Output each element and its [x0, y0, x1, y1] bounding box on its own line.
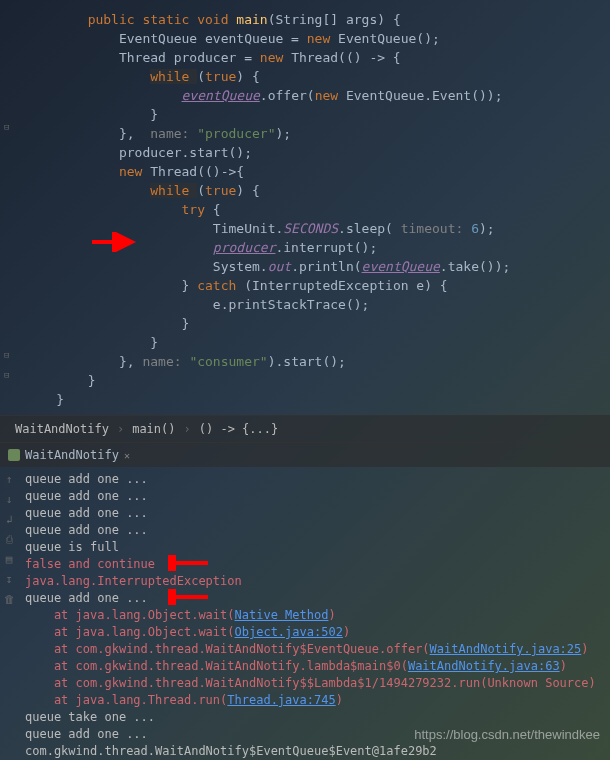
- code-line[interactable]: }: [0, 371, 610, 390]
- fold-icon[interactable]: ⊟: [4, 350, 14, 360]
- breadcrumb-item[interactable]: main(): [132, 422, 175, 436]
- stacktrace-link[interactable]: WaitAndNotify.java:25: [430, 642, 582, 656]
- console-line: queue add one ...: [25, 505, 602, 522]
- console-line: queue take one ...: [25, 709, 602, 726]
- close-icon[interactable]: ✕: [124, 450, 130, 461]
- annotation-arrow: [168, 555, 212, 571]
- code-line[interactable]: }: [0, 314, 610, 333]
- breadcrumb-item[interactable]: () -> {...}: [199, 422, 278, 436]
- console-line: com.gkwind.thread.WaitAndNotify$EventQue…: [25, 743, 602, 760]
- code-line[interactable]: System.out.println(eventQueue.take());: [0, 257, 610, 276]
- down-icon[interactable]: ↓: [2, 491, 16, 505]
- console-line: java.lang.InterruptedException: [25, 573, 602, 590]
- code-line[interactable]: }: [0, 333, 610, 352]
- console-line: queue add one ...: [25, 471, 602, 488]
- console-line: at com.gkwind.thread.WaitAndNotify$$Lamb…: [25, 675, 602, 692]
- code-line[interactable]: Thread producer = new Thread(() -> {: [0, 48, 610, 67]
- code-line[interactable]: new Thread(()->{: [0, 162, 610, 181]
- run-tab[interactable]: WaitAndNotify ✕: [0, 443, 610, 467]
- console-line: queue add one ...: [25, 590, 602, 607]
- stacktrace-link[interactable]: Object.java:502: [235, 625, 343, 639]
- console-toolbar: ↑ ↓ ↲ ⎙ ▤ ↧ 🗑: [2, 467, 20, 605]
- stacktrace-link[interactable]: Thread.java:745: [227, 693, 335, 707]
- run-config-icon: [8, 449, 20, 461]
- code-line[interactable]: eventQueue.offer(new EventQueue.Event())…: [0, 86, 610, 105]
- code-line[interactable]: e.printStackTrace();: [0, 295, 610, 314]
- breadcrumb-item[interactable]: WaitAndNotify: [15, 422, 109, 436]
- annotation-arrow: [168, 589, 212, 605]
- code-line[interactable]: producer.start();: [0, 143, 610, 162]
- console-line: queue is full: [25, 539, 602, 556]
- console-line: at com.gkwind.thread.WaitAndNotify$Event…: [25, 641, 602, 658]
- chevron-right-icon: ›: [117, 422, 124, 436]
- code-line[interactable]: public static void main(String[] args) {: [0, 10, 610, 29]
- code-editor[interactable]: ⊟ ⊟ ⊟ public static void main(String[] a…: [0, 0, 610, 415]
- fold-icon[interactable]: ⊟: [4, 122, 14, 132]
- stacktrace-link[interactable]: WaitAndNotify.java:63: [408, 659, 560, 673]
- console-line: at java.lang.Object.wait(Object.java:502…: [25, 624, 602, 641]
- console-line: at java.lang.Object.wait(Native Method): [25, 607, 602, 624]
- gutter: ⊟ ⊟ ⊟: [0, 0, 20, 415]
- wrap-icon[interactable]: ↲: [2, 511, 16, 525]
- console-line: queue add one ...: [25, 488, 602, 505]
- run-tab-label: WaitAndNotify: [25, 448, 119, 462]
- stacktrace-link[interactable]: Native Method: [235, 608, 329, 622]
- code-line[interactable]: }: [0, 390, 610, 409]
- chevron-right-icon: ›: [184, 422, 191, 436]
- code-line[interactable]: try {: [0, 200, 610, 219]
- console-line: false and continue: [25, 556, 602, 573]
- watermark: https://blog.csdn.net/thewindkee: [414, 727, 600, 742]
- code-line[interactable]: }, name: "consumer").start();: [0, 352, 610, 371]
- trash-icon[interactable]: 🗑: [2, 591, 16, 605]
- code-line[interactable]: while (true) {: [0, 67, 610, 86]
- console-line: at com.gkwind.thread.WaitAndNotify.lambd…: [25, 658, 602, 675]
- console-line: queue add one ...: [25, 522, 602, 539]
- console-line: at java.lang.Thread.run(Thread.java:745): [25, 692, 602, 709]
- annotation-arrow: [92, 232, 142, 252]
- console-output[interactable]: ↑ ↓ ↲ ⎙ ▤ ↧ 🗑 queue add one ...queue add…: [0, 467, 610, 760]
- code-line[interactable]: }: [0, 105, 610, 124]
- fold-icon[interactable]: ⊟: [4, 370, 14, 380]
- code-line[interactable]: while (true) {: [0, 181, 610, 200]
- scroll-icon[interactable]: ↧: [2, 571, 16, 585]
- code-line[interactable]: EventQueue eventQueue = new EventQueue()…: [0, 29, 610, 48]
- code-line[interactable]: } catch (InterruptedException e) {: [0, 276, 610, 295]
- up-icon[interactable]: ↑: [2, 471, 16, 485]
- breadcrumb-bar: WaitAndNotify › main() › () -> {...}: [0, 415, 610, 443]
- filter-icon[interactable]: ▤: [2, 551, 16, 565]
- code-line[interactable]: }, name: "producer");: [0, 124, 610, 143]
- print-icon[interactable]: ⎙: [2, 531, 16, 545]
